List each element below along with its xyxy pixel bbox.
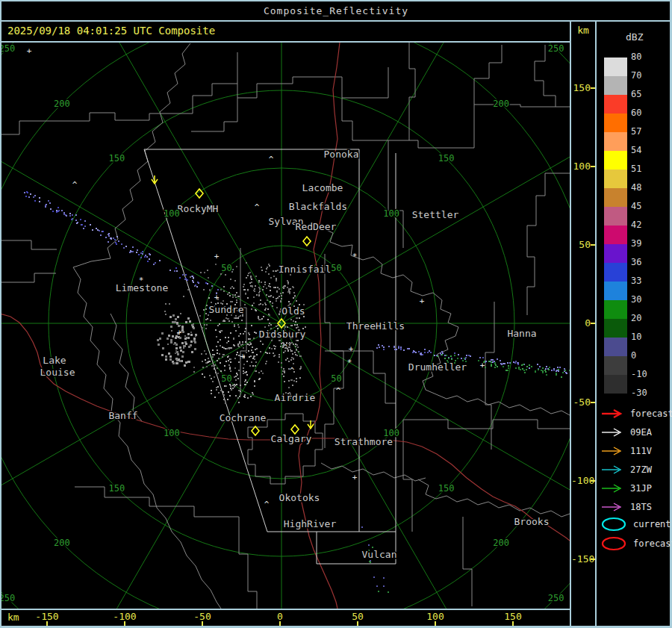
- dbz-swatch: [604, 188, 627, 207]
- dbz-swatch: [604, 263, 627, 282]
- city-label: Calgary: [271, 433, 312, 444]
- dbz-swatch: [604, 356, 627, 375]
- right-axis-tick-mark: [591, 244, 595, 246]
- range-ring-label: 250: [1, 593, 15, 603]
- range-ring-label: 100: [164, 428, 180, 438]
- range-ring-label: 250: [548, 593, 564, 603]
- right-axis-tick-label: -100: [571, 475, 591, 486]
- bottom-axis-tick-label: -50: [184, 611, 221, 622]
- dbz-tick-label: 80: [631, 52, 665, 63]
- dbz-swatch: [604, 76, 627, 95]
- right-axis-tick-mark: [591, 166, 595, 167]
- weather-point-marker: ^: [336, 386, 341, 396]
- legend-vector-label: 31JP: [630, 483, 652, 494]
- legend-vector-label: forecast: [630, 408, 672, 419]
- vector-arrow-icon: [600, 483, 626, 494]
- right-axis-tick-label: 150: [571, 82, 591, 93]
- vector-arrow-icon: [600, 502, 626, 512]
- dbz-tick-label: -10: [631, 369, 665, 381]
- right-axis-tick-mark: [591, 402, 595, 403]
- right-axis-tick-label: -150: [571, 553, 591, 565]
- dbz-swatch: [604, 338, 627, 356]
- legend-vector-row: 111V: [600, 444, 652, 458]
- range-ring-label: 150: [109, 483, 125, 494]
- city-label: Brooks: [514, 516, 550, 527]
- vector-arrow-icon: [600, 408, 626, 419]
- legend-ellipse-row: forecast: [600, 536, 672, 551]
- city-label: ThreeHills: [346, 320, 405, 332]
- legend-ellipse-label: current: [633, 519, 671, 529]
- legend-vector-label: 09EA: [630, 427, 652, 438]
- right-axis-tick-label: 0: [571, 317, 591, 329]
- city-label: Drumheller: [408, 361, 467, 373]
- dbz-tick-label: 60: [631, 108, 665, 119]
- city-label: Limestone: [116, 282, 169, 293]
- range-ring-label: 50: [221, 373, 231, 384]
- bottom-axis-tick-label: -100: [106, 611, 143, 622]
- legend-vector-row: 31JP: [600, 481, 652, 496]
- city-label: Innisfail: [279, 264, 331, 275]
- city-label: Olds: [281, 305, 305, 317]
- dbz-tick-label: 10: [631, 332, 665, 343]
- weather-point-marker: +: [480, 361, 485, 370]
- weather-point-marker: +: [177, 328, 182, 338]
- legend-vector-label: 27ZW: [630, 464, 652, 475]
- bottom-axis-tick-mark: [435, 621, 436, 626]
- legend-ellipse-label: forecast: [633, 538, 672, 549]
- colorbar-unit-label: dBZ: [626, 31, 643, 43]
- vector-arrow-icon: [600, 464, 626, 475]
- right-axis-unit-label: km: [571, 25, 595, 36]
- dbz-tick-label: 39: [631, 238, 665, 250]
- range-ring-label: 150: [438, 153, 455, 164]
- city-label: Lake: [43, 355, 66, 366]
- weather-point-marker: ^: [290, 366, 295, 376]
- city-label: Ponoka: [324, 149, 359, 160]
- city-label: Cochrane: [220, 412, 267, 423]
- city-label: Blackfalds: [289, 201, 347, 212]
- range-ring-label: 50: [331, 263, 341, 273]
- range-ring-label: 200: [493, 99, 509, 109]
- ellipse-icon: [600, 535, 629, 552]
- dbz-swatch: [604, 375, 627, 394]
- legend-vector-row: forecast: [600, 406, 672, 421]
- bottom-axis-tick-label: 0: [261, 611, 299, 622]
- legend-ellipse-row: current: [600, 517, 671, 532]
- right-axis-tick-mark: [591, 480, 595, 482]
- right-axis-tick-mark: [591, 323, 595, 324]
- legend-vector-label: 18TS: [630, 502, 652, 512]
- city-label: Vulcan: [362, 549, 397, 560]
- bottom-axis-tick-mark: [357, 621, 358, 626]
- range-ring-label: 250: [548, 43, 564, 54]
- legend-vector-row: 27ZW: [600, 462, 652, 477]
- range-ring-label: 200: [54, 538, 70, 548]
- city-label: Banff: [108, 410, 137, 421]
- dbz-swatch: [604, 207, 627, 226]
- weather-point-marker: +: [240, 352, 246, 361]
- range-ring-label: 200: [54, 99, 70, 109]
- bottom-axis-tick-label: 150: [494, 611, 532, 622]
- radar-map[interactable]: +^^*^+*+^^++*^+++^+ PonokaLacombeBlackfa…: [1, 43, 570, 609]
- dbz-tick-label: 45: [631, 201, 665, 213]
- dbz-swatch: [604, 300, 627, 319]
- weather-point-marker: ^: [269, 155, 274, 164]
- city-label: Sundre: [209, 304, 244, 315]
- radar-viewer-window: Composite_Reflectivity 2025/09/18 04:01:…: [0, 0, 672, 628]
- bottom-axis-tick-label: -150: [28, 611, 66, 622]
- legend-sidebar: dBZ 807065605754514845423936333020100-10…: [597, 21, 670, 626]
- city-label: Okotoks: [279, 492, 320, 503]
- weather-point-marker: *: [347, 358, 352, 367]
- dbz-tick-label: 42: [631, 220, 665, 231]
- bottom-axis-tick-mark: [512, 621, 514, 626]
- bottom-axis-tick-mark: [279, 621, 281, 626]
- dbz-swatch: [604, 132, 627, 151]
- bottom-axis-tick-label: 100: [417, 611, 454, 622]
- dbz-tick-label: 54: [631, 145, 665, 157]
- right-axis-tick-label: -50: [571, 397, 591, 408]
- right-range-axis: 150100500-50-100-150: [571, 43, 595, 609]
- range-ring-label: 50: [331, 373, 341, 384]
- weather-point-marker: ^: [255, 202, 260, 212]
- range-ring-label: 200: [493, 538, 509, 548]
- right-axis-tick-label: 100: [571, 161, 591, 172]
- dbz-tick-label: 57: [631, 126, 665, 138]
- range-ring-label: 150: [438, 483, 455, 494]
